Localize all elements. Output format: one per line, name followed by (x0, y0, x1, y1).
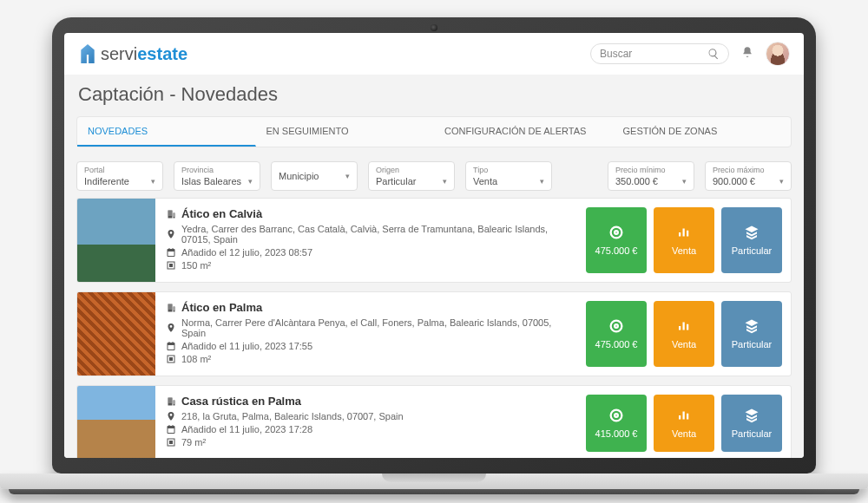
origin-button[interactable]: Particular (721, 301, 782, 367)
listing-title: Ático en Calvià (166, 207, 567, 220)
filter-precio-min[interactable]: Precio mínimo 350.000 €▾ (608, 161, 694, 191)
filter-precio-max[interactable]: Precio máximo 900.000 €▾ (705, 161, 792, 191)
filter-origen[interactable]: Origen Particular▾ (368, 161, 455, 191)
layers-icon (744, 318, 760, 334)
listing-info: Ático en Palma Norma, Carrer Pere d'Alcà… (155, 292, 577, 376)
tab-novedades[interactable]: NOVEDADES (77, 117, 256, 147)
area-icon (166, 437, 176, 447)
origin-button[interactable]: Particular (721, 207, 782, 273)
price-button[interactable]: 475.000 € (586, 301, 647, 367)
laptop-base (0, 474, 868, 489)
calendar-icon (166, 341, 176, 351)
chevron-down-icon: ▾ (779, 177, 784, 186)
listing-area: 108 m² (166, 354, 567, 364)
chevron-down-icon: ▾ (682, 177, 687, 186)
filter-row: Portal Indiferente▾ Provincia Islas Bale… (76, 147, 792, 198)
deal-button[interactable]: Venta (654, 301, 714, 367)
listing-actions: 475.000 € Venta Particular (577, 292, 791, 376)
filter-label: Tipo (473, 166, 544, 174)
chevron-down-icon: ▾ (345, 172, 350, 180)
filter-value: Indiferente (84, 176, 129, 186)
listing-info: Casa rústica en Palma 218, la Gruta, Pal… (155, 386, 577, 458)
screen-bezel: serviestate Buscar Captación - Novedades (52, 17, 816, 474)
filter-value: Municipio (279, 171, 319, 181)
listing-date: Añadido el 12 julio, 2023 08:57 (166, 247, 567, 258)
listing-address: 218, la Gruta, Palma, Balearic Islands, … (166, 411, 567, 421)
logo-icon (78, 44, 97, 63)
tab-seguimiento[interactable]: EN SEGUIMIENTO (256, 117, 435, 147)
filter-portal[interactable]: Portal Indiferente▾ (76, 161, 163, 191)
target-icon (608, 318, 624, 334)
area-icon (166, 354, 176, 364)
price-button[interactable]: 415.000 € (586, 395, 647, 452)
brand-text-right: estate (137, 44, 187, 63)
filter-label: Provincia (181, 166, 253, 174)
origin-button[interactable]: Particular (721, 395, 782, 452)
filter-provincia[interactable]: Provincia Islas Baleares▾ (174, 161, 260, 191)
tab-alertas[interactable]: CONFIGURACIÓN DE ALERTAS (434, 117, 613, 147)
page-title: Captación - Novedades (76, 75, 792, 116)
page-body: Captación - Novedades NOVEDADES EN SEGUI… (64, 75, 804, 458)
bars-icon (676, 408, 692, 423)
bell-icon[interactable] (741, 46, 753, 62)
bars-icon (676, 318, 692, 334)
pin-icon (166, 229, 176, 239)
filter-tipo[interactable]: Tipo Venta▾ (465, 161, 552, 191)
listing-area: 150 m² (166, 260, 567, 271)
listing-row[interactable]: Casa rústica en Palma 218, la Gruta, Pal… (76, 385, 792, 458)
filter-value: 900.000 € (713, 176, 755, 186)
listing-actions: 415.000 € Venta Particular (577, 386, 791, 458)
laptop-mockup: serviestate Buscar Captación - Novedades (52, 17, 816, 494)
deal-button[interactable]: Venta (654, 207, 714, 273)
filter-value: 350.000 € (615, 176, 658, 186)
layers-icon (744, 225, 760, 240)
listing-thumbnail (77, 292, 155, 376)
search-icon (707, 48, 720, 60)
listing-row[interactable]: Ático en Palma Norma, Carrer Pere d'Alcà… (76, 291, 792, 376)
listing-title: Ático en Palma (166, 301, 567, 314)
calendar-icon (166, 424, 176, 434)
calendar-icon (166, 247, 176, 258)
header-actions: Buscar (590, 42, 790, 66)
listing-thumbnail (77, 386, 155, 458)
target-icon (608, 225, 624, 240)
listings: Ático en Calvià Yedra, Carrer des Barran… (76, 198, 792, 458)
pin-icon (166, 411, 176, 421)
listing-info: Ático en Calvià Yedra, Carrer des Barran… (155, 199, 577, 282)
target-icon (608, 408, 624, 423)
filter-value: Particular (376, 176, 416, 186)
chevron-down-icon: ▾ (151, 177, 155, 186)
brand-text-left: servi (101, 44, 137, 63)
laptop-foot (9, 489, 859, 494)
brand-logo[interactable]: serviestate (78, 44, 187, 64)
search-input[interactable]: Buscar (590, 43, 729, 64)
filter-value: Islas Baleares (181, 176, 241, 186)
listing-date: Añadido el 11 julio, 2023 17:28 (166, 424, 567, 434)
search-placeholder: Buscar (600, 48, 702, 60)
listing-date: Añadido el 11 julio, 2023 17:55 (166, 341, 567, 351)
filter-label: Portal (84, 166, 155, 174)
listing-row[interactable]: Ático en Calvià Yedra, Carrer des Barran… (76, 198, 792, 283)
chevron-down-icon: ▾ (443, 177, 447, 186)
filter-municipio[interactable]: Municipio▾ (271, 161, 358, 191)
filter-label: Origen (376, 166, 447, 174)
avatar[interactable] (766, 42, 790, 66)
tab-zonas[interactable]: GESTIÓN DE ZONAS (613, 117, 792, 147)
app-header: serviestate Buscar (64, 33, 804, 75)
filter-value: Venta (473, 176, 497, 186)
camera-dot (431, 24, 437, 31)
chevron-down-icon: ▾ (540, 177, 544, 186)
pin-icon (166, 323, 176, 333)
layers-icon (744, 408, 760, 423)
listing-area: 79 m² (166, 437, 567, 447)
filter-label: Precio máximo (713, 166, 784, 174)
filter-label: Precio mínimo (615, 166, 687, 174)
price-button[interactable]: 475.000 € (586, 207, 647, 273)
deal-button[interactable]: Venta (654, 395, 714, 452)
listing-address: Yedra, Carrer des Barranc, Cas Català, C… (166, 224, 567, 245)
listing-actions: 475.000 € Venta Particular (577, 199, 791, 282)
tabs: NOVEDADES EN SEGUIMIENTO CONFIGURACIÓN D… (76, 116, 792, 147)
building-icon (166, 303, 176, 313)
listing-address: Norma, Carrer Pere d'Alcàntara Penya, el… (166, 317, 567, 338)
listing-title: Casa rústica en Palma (166, 395, 567, 408)
